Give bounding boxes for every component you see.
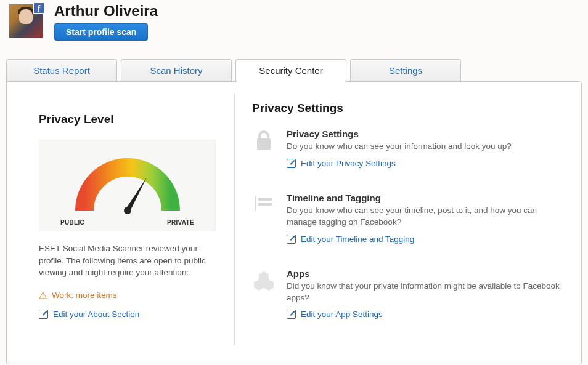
edit-icon [39, 310, 48, 319]
gauge-private-label: PRIVATE [167, 219, 194, 226]
privacy-settings-title: Privacy Settings [252, 102, 560, 115]
edit-icon [287, 310, 296, 319]
edit-privacy-settings-label: Edit your Privacy Settings [301, 159, 396, 168]
setting-apps-title: Apps [287, 268, 560, 279]
header: f Arthur Oliveira Start profile scan [0, 0, 588, 47]
tab-settings[interactable]: Settings [350, 59, 461, 81]
start-scan-button[interactable]: Start profile scan [54, 23, 148, 41]
edit-timeline-tagging-label: Edit your Timeline and Tagging [301, 235, 414, 244]
edit-about-link[interactable]: Edit your About Section [39, 310, 216, 319]
privacy-gauge: PUBLIC PRIVATE [39, 140, 216, 231]
edit-timeline-tagging-link[interactable]: Edit your Timeline and Tagging [287, 235, 560, 244]
security-center-panel: Privacy Level [6, 81, 582, 364]
lock-icon [252, 129, 276, 177]
setting-item-privacy: Privacy Settings Do you know who can see… [252, 129, 560, 177]
setting-privacy-desc: Do you know who can see your information… [287, 141, 560, 153]
privacy-level-title: Privacy Level [39, 113, 216, 126]
setting-timeline-desc: Do you know who can see your timeline, p… [287, 205, 560, 228]
setting-privacy-title: Privacy Settings [287, 129, 560, 139]
privacy-level-section: Privacy Level [7, 93, 235, 345]
setting-item-apps: Apps Did you know that your private info… [252, 268, 560, 328]
facebook-badge-icon: f [33, 2, 44, 14]
tab-security-center[interactable]: Security Center [235, 59, 346, 82]
review-summary: ESET Social Media Scanner reviewed your … [39, 243, 216, 279]
work-warning-link[interactable]: ⚠ Work: more items [39, 290, 216, 301]
profile-name: Arthur Oliveira [54, 2, 158, 20]
tab-scan-history[interactable]: Scan History [121, 59, 232, 81]
edit-app-settings-link[interactable]: Edit your App Settings [287, 310, 560, 319]
setting-apps-desc: Did you know that your private informati… [287, 281, 560, 304]
tab-bar: Status Report Scan History Security Cent… [0, 59, 588, 81]
edit-icon [287, 159, 296, 168]
warning-icon: ⚠ [39, 290, 47, 301]
tab-status-report[interactable]: Status Report [6, 59, 117, 81]
edit-privacy-settings-link[interactable]: Edit your Privacy Settings [287, 159, 560, 168]
svg-rect-3 [255, 196, 256, 211]
setting-item-timeline: Timeline and Tagging Do you know who can… [252, 193, 560, 252]
apps-icon [252, 268, 276, 328]
timeline-icon [252, 193, 276, 252]
edit-about-label: Edit your About Section [53, 310, 139, 319]
profile-avatar[interactable]: f [9, 4, 43, 38]
work-warning-label: Work: more items [52, 291, 117, 300]
svg-rect-2 [257, 138, 271, 150]
edit-app-settings-label: Edit your App Settings [301, 310, 383, 319]
svg-rect-4 [258, 198, 272, 201]
setting-timeline-title: Timeline and Tagging [287, 193, 560, 203]
privacy-settings-section: Privacy Settings Privacy Settings Do you… [235, 82, 581, 364]
edit-icon [287, 235, 296, 244]
svg-rect-5 [258, 203, 272, 206]
gauge-public-label: PUBLIC [60, 219, 84, 226]
